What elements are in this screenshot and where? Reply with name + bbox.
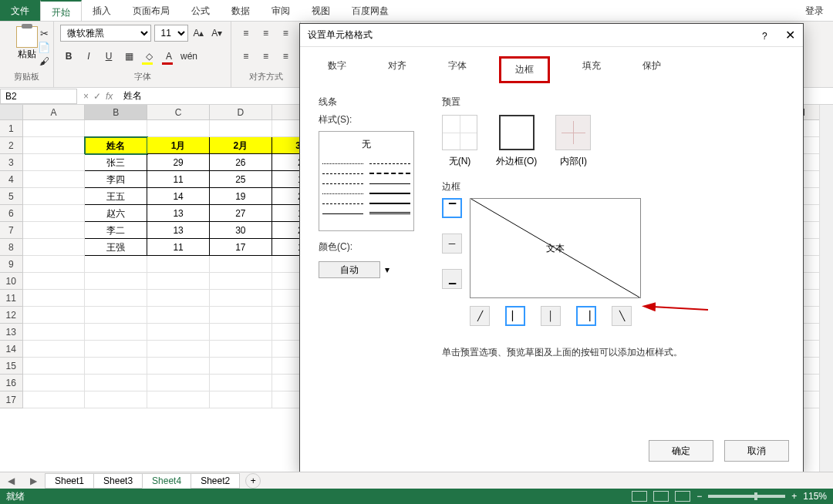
cell[interactable]: 11 bbox=[147, 171, 210, 188]
cell[interactable]: 19 bbox=[210, 188, 272, 205]
cell[interactable]: 张三 bbox=[85, 154, 147, 171]
cell[interactable] bbox=[210, 256, 272, 273]
tab-view[interactable]: 视图 bbox=[301, 0, 341, 21]
dlg-tab-border[interactable]: 边框 bbox=[499, 56, 550, 83]
row-header[interactable]: 8 bbox=[0, 239, 23, 256]
cell[interactable] bbox=[85, 290, 147, 307]
col-B[interactable]: B bbox=[85, 105, 147, 119]
row-header[interactable]: 1 bbox=[0, 120, 23, 137]
cell[interactable] bbox=[210, 375, 272, 391]
cell[interactable] bbox=[23, 120, 86, 137]
cell[interactable] bbox=[23, 391, 86, 408]
row-header[interactable]: 17 bbox=[0, 391, 23, 408]
dlg-tab-font[interactable]: 字体 bbox=[439, 56, 476, 83]
cell[interactable] bbox=[23, 375, 86, 391]
tab-formula[interactable]: 公式 bbox=[180, 0, 221, 21]
border-button[interactable]: ▦ bbox=[120, 48, 137, 65]
line-style-item[interactable] bbox=[322, 176, 363, 184]
cell[interactable] bbox=[23, 307, 86, 324]
border-mid-v-button[interactable]: │ bbox=[541, 306, 561, 326]
cell[interactable] bbox=[85, 307, 147, 324]
cell[interactable]: 王五 bbox=[85, 188, 147, 205]
sheet-tab[interactable]: Sheet1 bbox=[45, 473, 94, 489]
cell[interactable] bbox=[85, 273, 147, 290]
cell[interactable] bbox=[210, 324, 272, 341]
cell[interactable] bbox=[23, 171, 86, 188]
line-style-item[interactable] bbox=[322, 186, 363, 194]
name-box[interactable]: B2 bbox=[0, 89, 77, 104]
cell[interactable] bbox=[23, 256, 86, 273]
cell[interactable] bbox=[85, 324, 147, 341]
cell[interactable] bbox=[23, 188, 86, 205]
cell[interactable] bbox=[210, 358, 272, 375]
cell[interactable]: 姓名 bbox=[85, 137, 147, 154]
cancel-button[interactable]: 取消 bbox=[724, 440, 789, 462]
tab-insert[interactable]: 插入 bbox=[82, 0, 122, 21]
cell[interactable] bbox=[147, 375, 210, 391]
italic-button[interactable]: I bbox=[80, 48, 97, 65]
enter-formula-icon[interactable]: ✓ bbox=[93, 91, 101, 102]
cell[interactable]: 王强 bbox=[85, 239, 147, 256]
cell[interactable]: 赵六 bbox=[85, 205, 147, 222]
row-header[interactable]: 7 bbox=[0, 222, 23, 239]
cell[interactable]: 14 bbox=[147, 188, 210, 205]
line-style-item[interactable] bbox=[369, 186, 410, 194]
cell[interactable] bbox=[147, 120, 210, 137]
cell[interactable] bbox=[147, 256, 210, 273]
cell[interactable] bbox=[85, 120, 147, 137]
cell[interactable] bbox=[147, 358, 210, 375]
line-style-none[interactable]: 无 bbox=[322, 135, 410, 154]
cell[interactable] bbox=[85, 256, 147, 273]
row-header[interactable]: 9 bbox=[0, 256, 23, 273]
cell[interactable]: 11 bbox=[147, 239, 210, 256]
normal-view-icon[interactable] bbox=[632, 491, 647, 502]
cell[interactable] bbox=[147, 273, 210, 290]
cell[interactable] bbox=[210, 120, 272, 137]
vertical-scrollbar[interactable] bbox=[819, 105, 833, 473]
dlg-tab-protect[interactable]: 保护 bbox=[633, 56, 670, 83]
tab-layout[interactable]: 页面布局 bbox=[122, 0, 180, 21]
cell[interactable] bbox=[147, 324, 210, 341]
dlg-tab-align[interactable]: 对齐 bbox=[379, 56, 416, 83]
tab-file[interactable]: 文件 bbox=[0, 0, 40, 21]
line-style-item[interactable] bbox=[322, 197, 363, 204]
zoom-slider[interactable] bbox=[708, 495, 785, 498]
bold-button[interactable]: B bbox=[60, 48, 77, 65]
cell[interactable] bbox=[85, 358, 147, 375]
font-color-button[interactable]: A bbox=[160, 48, 177, 65]
cell[interactable] bbox=[85, 391, 147, 408]
row-header[interactable]: 4 bbox=[0, 171, 23, 188]
cell[interactable] bbox=[23, 324, 86, 341]
preset-inner-button[interactable] bbox=[555, 115, 591, 150]
col-A[interactable]: A bbox=[23, 105, 86, 119]
cell[interactable] bbox=[23, 222, 86, 239]
cell[interactable] bbox=[23, 154, 86, 171]
row-header[interactable]: 13 bbox=[0, 324, 23, 341]
row-header[interactable]: 3 bbox=[0, 154, 23, 171]
font-size-select[interactable]: 11 bbox=[154, 25, 188, 42]
align-mid-icon[interactable]: ≡ bbox=[258, 25, 275, 42]
border-left-button[interactable]: ▏ bbox=[505, 306, 525, 326]
line-style-item[interactable] bbox=[322, 166, 363, 174]
grow-font-icon[interactable]: A▴ bbox=[191, 25, 207, 42]
tab-review[interactable]: 审阅 bbox=[261, 0, 301, 21]
page-break-view-icon[interactable] bbox=[675, 491, 690, 502]
cancel-formula-icon[interactable]: × bbox=[83, 91, 89, 102]
cell[interactable] bbox=[210, 391, 272, 408]
row-header[interactable]: 14 bbox=[0, 341, 23, 358]
cell[interactable] bbox=[23, 205, 86, 222]
add-sheet-button[interactable]: + bbox=[245, 473, 261, 489]
cell[interactable]: 17 bbox=[210, 239, 272, 256]
tab-data[interactable]: 数据 bbox=[221, 0, 261, 21]
cell[interactable]: 26 bbox=[210, 154, 272, 171]
brush-icon[interactable]: 🖌 bbox=[37, 54, 51, 68]
cell[interactable] bbox=[147, 307, 210, 324]
line-style-item[interactable] bbox=[369, 156, 410, 164]
cell[interactable] bbox=[23, 273, 86, 290]
cell[interactable]: 29 bbox=[147, 154, 210, 171]
line-style-item[interactable] bbox=[369, 197, 410, 204]
row-header[interactable]: 10 bbox=[0, 273, 23, 290]
shrink-font-icon[interactable]: A▾ bbox=[209, 25, 224, 42]
fill-color-button[interactable]: ◇ bbox=[140, 48, 157, 65]
cell[interactable] bbox=[85, 375, 147, 391]
